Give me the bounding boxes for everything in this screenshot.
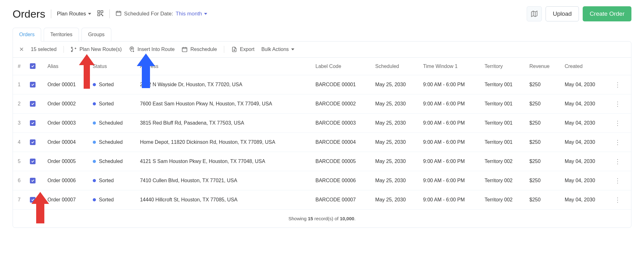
cell-alias: Order 00002 <box>43 94 88 114</box>
upload-button[interactable]: Upload <box>546 6 579 21</box>
check-icon <box>31 64 35 68</box>
col-checkbox <box>25 58 43 75</box>
cell-actions: ⋮ <box>608 152 631 171</box>
header-left: Orders Plan Routes Scheduled For Date: T… <box>13 8 207 20</box>
col-address[interactable]: Address <box>136 58 311 75</box>
tab-territories[interactable]: Territories <box>44 28 79 42</box>
row-checkbox[interactable] <box>30 197 36 203</box>
col-territory[interactable]: Territory <box>480 58 525 75</box>
row-checkbox[interactable] <box>30 101 36 107</box>
table-row[interactable]: 4 Order 00004 Scheduled Home Depot, 1182… <box>13 133 631 152</box>
svg-point-5 <box>71 51 72 52</box>
plan-new-route-button[interactable]: Plan New Route(s) <box>71 46 122 53</box>
cell-label-code: BARCODE 00003 <box>311 114 371 133</box>
table-row[interactable]: 7 Order 00007 Sorted 14440 Hillcroft St,… <box>13 190 631 210</box>
cell-time-window: 9:00 AM - 6:00 PM <box>419 75 480 94</box>
caret-down-icon <box>204 13 207 15</box>
table-row[interactable]: 2 Order 00002 Sorted 7600 East Sam Houst… <box>13 94 631 114</box>
row-more-button[interactable]: ⋮ <box>613 139 623 146</box>
row-checkbox-cell <box>25 114 43 133</box>
create-order-button[interactable]: Create Order <box>583 6 631 21</box>
select-all-checkbox[interactable] <box>30 63 36 69</box>
table-row[interactable]: 6 Order 00006 Sorted 7410 Cullen Blvd, H… <box>13 171 631 190</box>
clear-selection-button[interactable]: ✕ <box>19 46 24 53</box>
insert-into-route-label: Insert Into Route <box>137 47 175 52</box>
row-checkbox[interactable] <box>30 120 36 126</box>
table-row[interactable]: 3 Order 00003 Scheduled 3815 Red Bluff R… <box>13 114 631 133</box>
plan-routes-dropdown[interactable]: Plan Routes <box>57 11 91 17</box>
caret-down-icon <box>291 48 294 50</box>
row-more-button[interactable]: ⋮ <box>613 100 623 107</box>
reschedule-label: Reschedule <box>190 47 217 52</box>
col-created[interactable]: Created <box>560 58 608 75</box>
row-checkbox[interactable] <box>30 139 36 145</box>
cell-actions: ⋮ <box>608 114 631 133</box>
status-text: Sorted <box>99 197 114 203</box>
row-checkbox[interactable] <box>30 178 36 183</box>
row-more-button[interactable]: ⋮ <box>613 196 623 203</box>
cell-created: May 04, 2030 <box>560 152 608 171</box>
status-text: Scheduled <box>99 120 123 126</box>
cell-label-code: BARCODE 00006 <box>311 171 371 190</box>
export-button[interactable]: Export <box>231 46 254 53</box>
col-alias[interactable]: Alias <box>43 58 88 75</box>
row-more-button[interactable]: ⋮ <box>613 177 623 184</box>
row-checkbox-cell <box>25 75 43 94</box>
cell-address: Home Depot, 11820 Dickinson Rd, Houston,… <box>136 133 311 152</box>
status-text: Scheduled <box>99 159 123 164</box>
cell-created: May 04, 2030 <box>560 190 608 210</box>
svg-rect-2 <box>97 14 99 16</box>
footer-suffix: . <box>354 216 356 221</box>
row-more-button[interactable]: ⋮ <box>613 158 623 165</box>
check-icon <box>31 160 35 163</box>
cell-alias: Order 00005 <box>43 152 88 171</box>
row-checkbox[interactable] <box>30 82 36 87</box>
cell-label-code: BARCODE 00004 <box>311 133 371 152</box>
map-button[interactable] <box>527 6 542 21</box>
row-more-button[interactable]: ⋮ <box>613 120 623 126</box>
cell-status: Sorted <box>88 94 136 114</box>
col-scheduled[interactable]: Scheduled <box>371 58 419 75</box>
cell-revenue: $250 <box>525 171 560 190</box>
row-checkbox-cell <box>25 190 43 210</box>
row-more-button[interactable]: ⋮ <box>613 81 623 88</box>
col-label-code[interactable]: Label Code <box>311 58 371 75</box>
cell-alias: Order 00004 <box>43 133 88 152</box>
list-qr-icon[interactable] <box>97 10 104 18</box>
cell-created: May 04, 2030 <box>560 75 608 94</box>
cell-actions: ⋮ <box>608 171 631 190</box>
status-dot-icon <box>93 83 96 86</box>
cell-created: May 04, 2030 <box>560 133 608 152</box>
status-dot-icon <box>93 141 96 144</box>
table-row[interactable]: 1 Order 00001 Sorted 2802 N Wayside Dr, … <box>13 75 631 94</box>
divider <box>51 9 51 18</box>
col-status[interactable]: Status <box>88 58 136 75</box>
tab-orders[interactable]: Orders <box>13 28 41 42</box>
row-checkbox-cell <box>25 171 43 190</box>
cell-scheduled: May 25, 2030 <box>371 114 419 133</box>
reschedule-button[interactable]: Reschedule <box>181 46 217 53</box>
insert-into-route-button[interactable]: Insert Into Route <box>129 46 175 53</box>
status-dot-icon <box>93 198 96 201</box>
cell-status: Scheduled <box>88 133 136 152</box>
cell-status: Sorted <box>88 75 136 94</box>
cell-time-window: 9:00 AM - 6:00 PM <box>419 152 480 171</box>
row-number: 3 <box>13 114 25 133</box>
footer-count: 15 <box>308 216 313 221</box>
footer-mid: record(s) of <box>313 216 340 221</box>
status-text: Sorted <box>99 178 114 183</box>
orders-table: # Alias Status Address Label Code Schedu… <box>13 58 631 210</box>
create-order-label: Create Order <box>590 10 625 17</box>
table-row[interactable]: 5 Order 00005 Scheduled 4121 S Sam Houst… <box>13 152 631 171</box>
tab-groups[interactable]: Groups <box>81 28 111 42</box>
row-checkbox[interactable] <box>30 159 36 164</box>
col-time-window[interactable]: Time Window 1 <box>419 58 480 75</box>
date-range-dropdown[interactable]: This month <box>175 11 207 17</box>
cell-territory: Territory 002 <box>480 190 525 210</box>
row-number: 4 <box>13 133 25 152</box>
bulk-actions-dropdown[interactable]: Bulk Actions <box>261 47 294 52</box>
col-revenue[interactable]: Revenue <box>525 58 560 75</box>
row-number: 5 <box>13 152 25 171</box>
check-icon <box>31 102 35 106</box>
cell-label-code: BARCODE 00007 <box>311 190 371 210</box>
